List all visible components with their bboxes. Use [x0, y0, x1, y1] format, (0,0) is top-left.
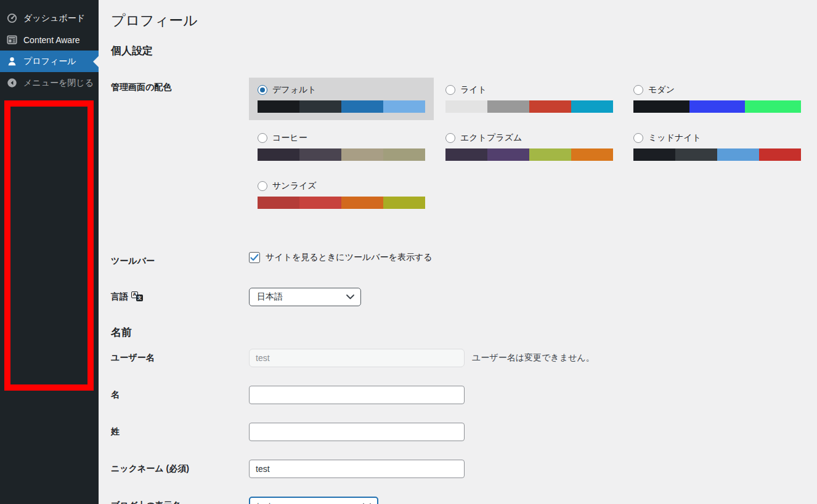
toolbar-checkbox-label: サイトを見るときにツールバーを表示する — [266, 252, 433, 263]
swatch-segment — [675, 148, 717, 161]
admin-color-scheme-label: 管理画面の配色 — [111, 73, 249, 226]
display-name-label: ブログ上の表示名 — [111, 487, 249, 504]
nickname-input[interactable] — [249, 460, 465, 478]
color-scheme-radio[interactable] — [445, 133, 455, 143]
sidebar-item-label: メニューを閉じる — [23, 78, 94, 89]
username-input — [249, 349, 465, 367]
swatch-segment — [633, 148, 675, 161]
swatch-segment — [487, 148, 529, 161]
row-toolbar: ツールバー サイトを見るときにツールバーを表示する — [111, 243, 817, 278]
dashboard-icon — [6, 12, 18, 25]
sidebar-item-2[interactable]: プロフィール — [0, 51, 99, 72]
first-name-input[interactable] — [249, 386, 465, 404]
swatch-segment — [299, 148, 341, 161]
swatch-segment — [341, 100, 383, 113]
collapse-icon — [6, 77, 18, 89]
color-scheme-radio[interactable] — [445, 85, 455, 95]
row-display-name: ブログ上の表示名 test — [111, 487, 817, 504]
color-scheme-option-1[interactable]: ライト — [437, 78, 622, 120]
username-label: ユーザー名 — [111, 339, 249, 376]
swatch-segment — [717, 148, 759, 161]
profile-icon — [6, 55, 18, 68]
sidebar-item-3[interactable]: メニューを閉じる — [0, 72, 99, 94]
swatch-segment — [258, 197, 299, 209]
swatch-segment — [759, 148, 801, 161]
color-scheme-name: コーヒー — [272, 132, 307, 144]
row-first-name: 名 — [111, 376, 817, 413]
swatch-segment — [383, 197, 425, 209]
swatch-segment — [258, 100, 299, 113]
checkmark-icon — [250, 254, 259, 261]
color-scheme-option-5[interactable]: ミッドナイト — [625, 126, 810, 168]
row-last-name: 姓 — [111, 413, 817, 450]
sidebar-item-0[interactable]: ダッシュボード — [0, 7, 99, 29]
swatch-segment — [633, 100, 689, 113]
row-admin-color-scheme: 管理画面の配色 デフォルトライトモダンコーヒーエクトプラズムミッドナイトサンライ… — [111, 73, 817, 226]
color-scheme-option-2[interactable]: モダン — [625, 78, 810, 120]
color-scheme-option-6[interactable]: サンライズ — [249, 174, 434, 216]
last-name-input[interactable] — [249, 423, 465, 441]
swatch-segment — [445, 100, 487, 113]
color-scheme-name: デフォルト — [272, 84, 317, 96]
color-scheme-swatch — [633, 100, 801, 113]
display-name-select[interactable]: test — [249, 497, 378, 504]
swatch-segment — [571, 100, 613, 113]
page-title: プロフィール — [111, 12, 817, 30]
language-label: 言語A文 — [111, 278, 249, 315]
color-scheme-swatch — [258, 148, 425, 161]
main-content: プロフィール 個人設定 管理画面の配色 デフォルトライトモダンコーヒーエクトプラ… — [99, 0, 817, 504]
color-scheme-swatch — [445, 100, 613, 113]
color-scheme-swatch — [258, 100, 425, 113]
chevron-down-icon — [346, 295, 354, 299]
language-select-value: 日本語 — [257, 291, 283, 303]
color-scheme-swatch — [633, 148, 801, 161]
color-scheme-name: ミッドナイト — [648, 132, 701, 144]
swatch-segment — [258, 148, 299, 161]
content-aware-icon — [6, 34, 18, 46]
swatch-segment — [383, 100, 425, 113]
color-scheme-swatch — [258, 197, 425, 209]
swatch-segment — [341, 197, 383, 209]
swatch-segment — [571, 148, 613, 161]
nickname-label: ニックネーム (必須) — [111, 450, 249, 487]
display-name-select-value: test — [257, 501, 271, 504]
color-scheme-radio[interactable] — [258, 133, 267, 143]
color-scheme-radio[interactable] — [633, 133, 643, 143]
color-scheme-option-4[interactable]: エクトプラズム — [437, 126, 622, 168]
color-scheme-name: モダン — [648, 84, 675, 96]
first-name-label: 名 — [111, 376, 249, 413]
color-scheme-option-3[interactable]: コーヒー — [249, 126, 434, 168]
section-personal-options: 個人設定 — [111, 44, 817, 58]
color-scheme-swatch — [445, 148, 613, 161]
color-scheme-name: ライト — [460, 84, 487, 96]
sidebar-item-label: ダッシュボード — [23, 13, 85, 24]
color-scheme-option-0[interactable]: デフォルト — [249, 78, 434, 120]
sidebar-item-1[interactable]: Content Aware — [0, 29, 99, 51]
sidebar-item-label: Content Aware — [23, 35, 80, 45]
swatch-segment — [299, 100, 341, 113]
swatch-segment — [487, 100, 529, 113]
current-item-arrow — [93, 56, 99, 67]
username-note: ユーザー名は変更できません。 — [472, 352, 595, 364]
color-scheme-radio[interactable] — [633, 85, 643, 95]
color-scheme-radio[interactable] — [258, 85, 267, 95]
swatch-segment — [383, 148, 425, 161]
last-name-label: 姓 — [111, 413, 249, 450]
admin-sidebar: ダッシュボードContent Awareプロフィールメニューを閉じる — [0, 0, 99, 504]
swatch-segment — [299, 197, 341, 209]
color-scheme-radio[interactable] — [258, 181, 267, 191]
toolbar-label: ツールバー — [111, 243, 249, 278]
annotation-red-box — [4, 100, 94, 391]
swatch-segment — [341, 148, 383, 161]
translation-icon: A文 — [131, 291, 143, 301]
toolbar-checkbox[interactable] — [249, 252, 260, 263]
row-language: 言語A文 日本語 — [111, 278, 817, 315]
color-scheme-name: エクトプラズム — [460, 132, 522, 144]
language-select[interactable]: 日本語 — [249, 288, 361, 306]
swatch-segment — [745, 100, 801, 113]
row-username: ユーザー名 ユーザー名は変更できません。 — [111, 339, 817, 376]
swatch-segment — [529, 100, 571, 113]
color-scheme-name: サンライズ — [272, 181, 317, 192]
sidebar-item-label: プロフィール — [23, 56, 76, 67]
swatch-segment — [529, 148, 571, 161]
